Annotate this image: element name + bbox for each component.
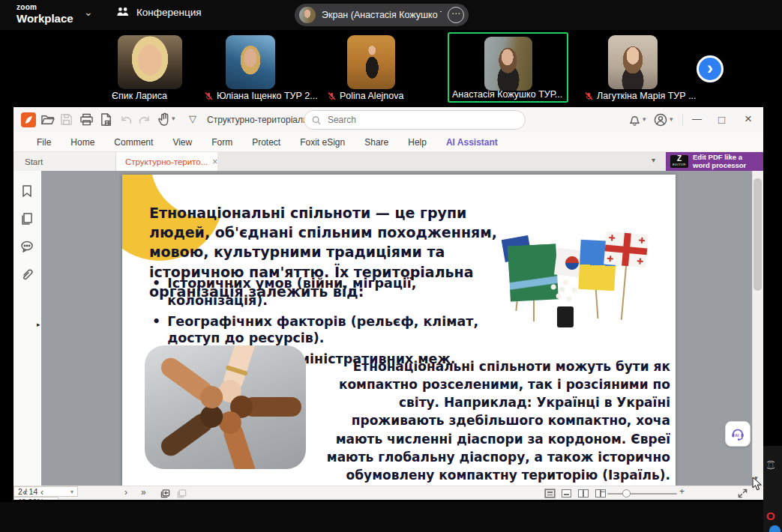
notifications-bell-icon[interactable]	[628, 113, 641, 127]
zoom-out-button[interactable]	[600, 486, 605, 497]
account-dropdown-icon[interactable]	[670, 115, 673, 123]
zoom-slider-thumb[interactable]	[622, 489, 631, 498]
redo-icon[interactable]	[138, 114, 151, 125]
slide-paragraph-examples: Етнонаціональні спільноти можуть бути як…	[313, 357, 670, 484]
zoom-dropdown-icon[interactable]	[52, 499, 55, 501]
menu-foxit-esign[interactable]: Foxit eSign	[290, 137, 355, 148]
mouse-cursor	[751, 477, 764, 492]
menu-view[interactable]: View	[163, 137, 202, 148]
foxit-navigation-sidebar	[13, 171, 42, 486]
menu-file[interactable]: File	[27, 137, 61, 148]
next-page-button[interactable]	[124, 487, 127, 498]
menu-comment[interactable]: Comment	[104, 137, 163, 148]
participant-tile-yepyk[interactable]: Єпик Лариса	[109, 32, 191, 103]
menu-share[interactable]: Share	[355, 137, 398, 148]
export-document-icon[interactable]	[99, 112, 112, 127]
foxit-logo-icon[interactable]	[21, 112, 36, 127]
foxit-document-tabs: Start Структурно-терито... Z EDITOR Edit…	[13, 152, 763, 171]
tab-document-active[interactable]: Структурно-терито...	[116, 152, 217, 171]
zoom-top-bar: zoom Workplace Конференция Экран (Анаста…	[0, 0, 782, 30]
tab-start[interactable]: Start	[13, 152, 116, 171]
meeting-tab[interactable]: Конференция	[116, 6, 202, 18]
foxit-toolbar: Структурно-територіальна ...	[13, 107, 763, 133]
menu-ai-assistant[interactable]: AI Assistant	[436, 137, 508, 148]
last-page-button[interactable]	[141, 487, 146, 498]
participant-name-label: Анастасія Кожушко ТУР...	[452, 89, 562, 100]
flag-stand	[557, 306, 574, 327]
sharer-avatar	[299, 7, 316, 23]
shared-screen-pill[interactable]: Экран (Анастасія Кожушко ТУР	[295, 4, 469, 26]
search-icon	[312, 115, 321, 125]
sidebar-expand-handle[interactable]	[37, 321, 40, 328]
single-page-view-icon[interactable]	[545, 489, 555, 498]
participant-tile-anastasia-active[interactable]: Анастасія Кожушко ТУР...	[448, 32, 568, 103]
open-file-icon[interactable]	[40, 113, 55, 126]
foxit-pdf-window: Структурно-територіальна ... File Home	[13, 107, 763, 500]
document-selector[interactable]: Структурно-територіальна ...	[207, 115, 301, 125]
taskbar-blue-app-icon[interactable]	[769, 525, 781, 532]
muted-mic-icon	[204, 91, 214, 101]
flags-photo	[484, 212, 649, 327]
next-participants-button[interactable]	[697, 55, 724, 82]
menu-form[interactable]: Form	[202, 137, 242, 148]
foxit-status-bar: 2 / 14 48.99%	[13, 486, 763, 500]
share-options-icon[interactable]	[448, 7, 464, 23]
participant-name-label: Юліана Іщенко ТУР 2...	[217, 91, 318, 101]
ai-assistant-floating-button[interactable]: AI	[725, 421, 751, 447]
shared-screen-title: Экран (Анастасія Кожушко ТУР	[322, 10, 442, 20]
search-box[interactable]	[304, 110, 526, 130]
menu-help[interactable]: Help	[398, 137, 436, 148]
maximize-window-icon[interactable]	[718, 113, 725, 126]
zoom-slider-track[interactable]	[607, 493, 677, 495]
ai-headset-icon: AI	[730, 426, 745, 441]
pdf-page: Етнонаціональні спільноти — це групи люд…	[122, 175, 676, 486]
collapse-toolbar-icon[interactable]	[189, 113, 196, 124]
hand-tool-dropdown-icon[interactable]	[172, 115, 175, 122]
pdf-document-area[interactable]: Етнонаціональні спільноти — це групи люд…	[41, 171, 752, 486]
page-dropdown-icon[interactable]	[70, 489, 73, 495]
opera-browser-icon[interactable]: O	[766, 510, 775, 522]
save-icon[interactable]	[60, 113, 73, 126]
participant-video	[608, 35, 658, 89]
close-tab-icon[interactable]	[212, 157, 217, 167]
hand-tool-icon[interactable]	[158, 112, 170, 127]
banner-text: Edit PDF like a word processor	[693, 154, 746, 170]
tab-list-dropdown-icon[interactable]	[652, 156, 655, 164]
print-icon[interactable]	[79, 113, 94, 127]
participant-tile-lagutkina[interactable]: Лагуткіна Марія ТУР ...	[581, 32, 684, 103]
edit-pdf-banner[interactable]: Z EDITOR Edit PDF like a word processor	[666, 152, 763, 171]
participant-tile-polina[interactable]: Polina Alejnova	[324, 32, 418, 103]
participant-tile-yuliana[interactable]: Юліана Іщенко ТУР 2...	[201, 32, 300, 103]
zoom-level-box[interactable]: 48.99%	[13, 497, 58, 500]
menu-home[interactable]: Home	[61, 137, 104, 148]
georgia-flag	[604, 232, 649, 268]
previous-page-button[interactable]	[40, 487, 43, 498]
scrollbar-thumb[interactable]	[754, 178, 762, 291]
previous-view-button[interactable]	[160, 489, 170, 498]
workspace-dropdown-chevron-icon[interactable]	[84, 6, 93, 18]
fullscreen-icon[interactable]	[738, 489, 748, 498]
zoom-workplace-logo: zoom Workplace	[16, 4, 73, 24]
participant-video	[484, 37, 532, 91]
zoom-in-button[interactable]	[679, 486, 685, 497]
bookmarks-panel-icon[interactable]	[20, 184, 34, 198]
continuous-view-icon[interactable]	[562, 489, 571, 498]
menu-protect[interactable]: Protect	[242, 137, 290, 148]
first-page-button[interactable]	[22, 487, 28, 498]
pages-panel-icon[interactable]	[20, 212, 34, 226]
comments-panel-icon[interactable]	[20, 240, 34, 253]
search-input[interactable]	[326, 114, 517, 126]
next-view-button[interactable]	[177, 489, 187, 498]
attachments-panel-icon[interactable]	[20, 267, 34, 281]
close-window-icon[interactable]	[745, 112, 752, 127]
taskbar-app-icon[interactable]: (□)	[767, 460, 775, 470]
participant-name-label: Polina Alejnova	[340, 91, 403, 101]
notifications-dropdown-icon[interactable]	[643, 115, 646, 123]
facing-view-icon[interactable]	[578, 489, 589, 498]
people-icon	[116, 6, 130, 18]
foxit-menu-bar: File Home Comment View Form Protect Foxi…	[13, 133, 763, 152]
minimize-window-icon[interactable]	[692, 113, 702, 124]
participant-name-label: Лагуткіна Марія ТУР ...	[597, 91, 697, 101]
undo-icon[interactable]	[120, 114, 133, 125]
account-icon[interactable]	[654, 113, 667, 127]
